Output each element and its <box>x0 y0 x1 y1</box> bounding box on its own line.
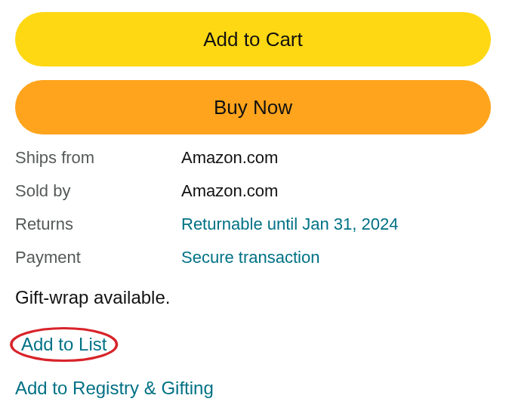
add-to-cart-button[interactable]: Add to Cart <box>15 12 491 66</box>
returns-label: Returns <box>15 215 181 234</box>
add-to-registry-row: Add to Registry & Gifting <box>15 378 491 399</box>
add-to-cart-label: Add to Cart <box>203 28 303 51</box>
returns-value[interactable]: Returnable until Jan 31, 2024 <box>181 215 491 234</box>
ships-from-label: Ships from <box>15 148 181 168</box>
gift-wrap-text: Gift-wrap available. <box>15 287 491 308</box>
ships-from-value: Amazon.com <box>181 148 491 168</box>
add-to-list-link[interactable]: Add to List <box>21 334 106 355</box>
sold-by-label: Sold by <box>15 181 181 201</box>
payment-value[interactable]: Secure transaction <box>181 248 491 267</box>
sold-by-value: Amazon.com <box>181 181 491 201</box>
payment-label: Payment <box>15 248 181 267</box>
highlight-annotation: Add to List <box>15 331 113 358</box>
add-to-list-row: Add to List <box>15 331 491 358</box>
buy-now-label: Buy Now <box>214 96 292 119</box>
buy-now-button[interactable]: Buy Now <box>15 80 491 134</box>
seller-info-grid: Ships from Amazon.com Sold by Amazon.com… <box>15 148 491 267</box>
add-to-registry-link[interactable]: Add to Registry & Gifting <box>15 378 214 399</box>
